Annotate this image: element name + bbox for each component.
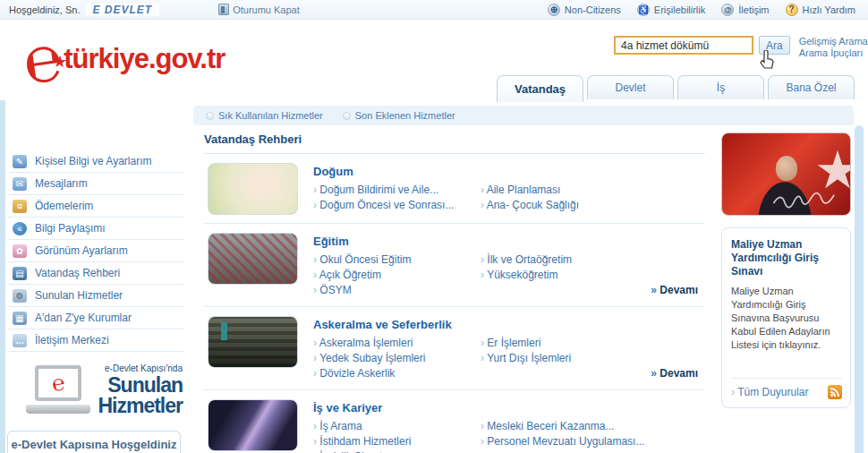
search-button[interactable]: Ara bbox=[759, 36, 790, 55]
sidebar-item-citizen-guide[interactable]: Vatandaş Rehberi bbox=[7, 262, 184, 285]
soldiers-photo[interactable] bbox=[208, 316, 298, 368]
all-announcements-link[interactable]: Tüm Duyurular bbox=[731, 386, 808, 398]
sidebar: Kişisel Bilgi ve Ayarlarım Mesajlarım Öd… bbox=[7, 150, 184, 453]
service-link[interactable]: Askeralma İşlemleri bbox=[313, 336, 481, 351]
service-link[interactable]: Okul Öncesi Eğitim bbox=[313, 252, 481, 268]
subnav-recent-label: Son Eklenen Hizmetler bbox=[355, 110, 455, 121]
more-link[interactable]: Devamı bbox=[651, 367, 698, 380]
search-tips-link[interactable]: Arama İpuçları bbox=[799, 47, 868, 59]
service-link[interactable]: İş Arama bbox=[313, 419, 481, 434]
figure-head bbox=[776, 156, 797, 181]
service-link[interactable]: Doğum Öncesi ve Sonrası... bbox=[313, 198, 481, 213]
section-title[interactable]: Eğitim bbox=[313, 235, 705, 248]
promo-line-small: e-Devlet Kapısı'nda bbox=[98, 364, 183, 373]
logo-e-icon: ℮★ bbox=[20, 30, 65, 88]
logout-label: Oturumu Kapat bbox=[233, 4, 300, 15]
welcome-text: Hoşgeldiniz, Sn. bbox=[9, 4, 81, 15]
service-link[interactable]: Aile Planlaması bbox=[481, 183, 579, 198]
announcement-title[interactable]: Maliye Uzman Yardımcılığı Giriş Sınavı bbox=[731, 238, 841, 278]
tab-is[interactable]: İş bbox=[677, 75, 764, 99]
signature-icon bbox=[770, 188, 847, 209]
logo-text: türkiye.gov.tr bbox=[64, 43, 225, 75]
mail-icon bbox=[13, 177, 27, 191]
section-title[interactable]: Askeralma ve Seferberlik bbox=[313, 318, 705, 331]
sidebar-item-offered-services[interactable]: Sunulan Hizmetler bbox=[7, 285, 184, 307]
service-link[interactable]: Yurt Dışı İşlemleri bbox=[481, 351, 571, 366]
accessibility-icon bbox=[637, 4, 650, 16]
payments-icon bbox=[13, 200, 27, 213]
sidebar-item-institutions-a-z[interactable]: A'dan Z'ye Kurumlar bbox=[7, 307, 184, 329]
main-tabs: Vatandaş Devlet İş Bana Özel bbox=[497, 75, 855, 102]
sidebar-item-label: Vatandaş Rehberi bbox=[35, 267, 120, 279]
ataturk-banner-image[interactable]: ★ bbox=[721, 132, 851, 216]
link-non-citizens-label: Non-Citizens bbox=[565, 4, 621, 15]
link-accessibility[interactable]: Erişilebilirlik bbox=[637, 4, 705, 16]
topbar-quick-links: Non-Citizens Erişilebilirlik İletişim Hı… bbox=[548, 4, 868, 16]
service-link[interactable]: Açık Öğretim bbox=[313, 268, 481, 283]
service-link[interactable]: ÖSYM bbox=[313, 283, 481, 298]
service-link[interactable]: İşsizlik Sigortası bbox=[313, 449, 481, 453]
service-link[interactable]: Er İşlemleri bbox=[481, 336, 571, 351]
right-frame-strip bbox=[855, 125, 864, 453]
sidebar-item-info-sharing[interactable]: Bilgi Paylaşımı bbox=[7, 218, 184, 240]
logo-star-icon: ★ bbox=[52, 35, 66, 89]
palette-icon bbox=[13, 244, 27, 258]
link-non-citizens[interactable]: Non-Citizens bbox=[548, 4, 621, 16]
services-promo-banner[interactable]: ℮ e-Devlet Kapısı'nda Sunulan Hizmetler bbox=[7, 364, 184, 416]
graduation-photo[interactable] bbox=[208, 233, 298, 285]
sidebar-item-messages[interactable]: Mesajlarım bbox=[7, 173, 184, 195]
service-link[interactable]: Doğum Bildirimi ve Aile... bbox=[313, 183, 481, 198]
tab-devlet[interactable]: Devlet bbox=[587, 75, 674, 99]
subnav-frequent-services[interactable]: Sık Kullanılan Hizmetler bbox=[206, 110, 323, 121]
section-dogum: Doğum Doğum Bildirimi ve Aile... Doğum Ö… bbox=[204, 154, 705, 224]
welcome-box: e-Devlet Kapısına Hoşgeldiniz bbox=[7, 431, 181, 453]
handshake-photo[interactable] bbox=[208, 399, 298, 451]
service-link[interactable]: Yedek Subay İşlemleri bbox=[313, 351, 481, 366]
subnav-frequent-label: Sık Kullanılan Hizmetler bbox=[218, 110, 323, 121]
site-logo[interactable]: ℮★ türkiye.gov.tr bbox=[23, 32, 225, 86]
subnav: Sık Kullanılan Hizmetler Son Eklenen Hiz… bbox=[193, 106, 854, 125]
main-content: Vatandaş Rehberi Doğum Doğum Bildirimi v… bbox=[204, 132, 705, 453]
more-link[interactable]: Devamı bbox=[651, 284, 698, 296]
service-link[interactable]: Dövizle Askerlik bbox=[313, 366, 481, 381]
service-link[interactable]: Yükseköğretim bbox=[481, 268, 572, 283]
service-link[interactable]: İlk ve Ortaöğretim bbox=[481, 252, 572, 268]
sidebar-item-contact-center[interactable]: İletişim Merkezi bbox=[7, 329, 184, 352]
advanced-search-link[interactable]: Gelişmiş Arama bbox=[799, 36, 868, 47]
link-quick-help[interactable]: Hızlı Yardım bbox=[786, 4, 856, 16]
book-icon bbox=[13, 267, 27, 280]
announcement-card: Maliye Uzman Yardımcılığı Giriş Sınavı M… bbox=[721, 227, 851, 408]
bullet-circle-icon bbox=[206, 112, 214, 120]
logout-button[interactable]: Oturumu Kapat bbox=[218, 4, 300, 15]
sidebar-item-personal-info[interactable]: Kişisel Bilgi ve Ayarlarım bbox=[7, 150, 184, 173]
section-title[interactable]: İş ve Kariyer bbox=[313, 401, 705, 415]
username: E DEVLET bbox=[86, 4, 160, 16]
promo-line-big1: Sunulan bbox=[98, 375, 183, 396]
service-link[interactable]: Mesleki Beceri Kazanma... bbox=[481, 419, 644, 434]
at-icon bbox=[721, 4, 734, 16]
section-is-kariyer: İş ve Kariyer İş Arama İstihdam Hizmetle… bbox=[204, 390, 705, 453]
edit-icon bbox=[13, 155, 27, 168]
logout-door-icon bbox=[218, 4, 229, 15]
link-contact[interactable]: İletişim bbox=[721, 4, 769, 16]
tab-vatandas[interactable]: Vatandaş bbox=[497, 75, 583, 102]
promo-text: e-Devlet Kapısı'nda Sunulan Hizmetler bbox=[98, 364, 183, 416]
search-input[interactable] bbox=[614, 36, 753, 55]
sidebar-item-appearance[interactable]: Görünüm Ayarlarım bbox=[7, 240, 184, 262]
sidebar-item-label: Sunulan Hizmetler bbox=[35, 289, 123, 302]
search-area: Ara Gelişmiş Arama Arama İpuçları bbox=[614, 36, 868, 59]
tab-bana-ozel[interactable]: Bana Özel bbox=[768, 75, 855, 99]
service-link[interactable]: Ana- Çocuk Sağlığı bbox=[481, 198, 579, 213]
subnav-recent-services[interactable]: Son Eklenen Hizmetler bbox=[343, 110, 455, 121]
section-title[interactable]: Doğum bbox=[313, 165, 705, 178]
service-link[interactable]: Personel Mevzuatı Uygulaması... bbox=[481, 434, 644, 449]
rss-icon[interactable] bbox=[828, 385, 842, 399]
sidebar-item-payments[interactable]: Ödemelerim bbox=[7, 195, 184, 218]
sidebar-item-label: İletişim Merkezi bbox=[35, 334, 109, 346]
share-icon bbox=[13, 222, 27, 235]
services-gear-icon bbox=[13, 289, 27, 303]
session-info: Hoşgeldiniz, Sn. E DEVLET Oturumu Kapat bbox=[0, 4, 300, 16]
baby-photo[interactable] bbox=[208, 163, 298, 215]
announcement-body: Maliye Uzman Yardımcılığı Giriş Sınavına… bbox=[731, 285, 841, 352]
service-link[interactable]: İstihdam Hizmetleri bbox=[313, 434, 481, 449]
